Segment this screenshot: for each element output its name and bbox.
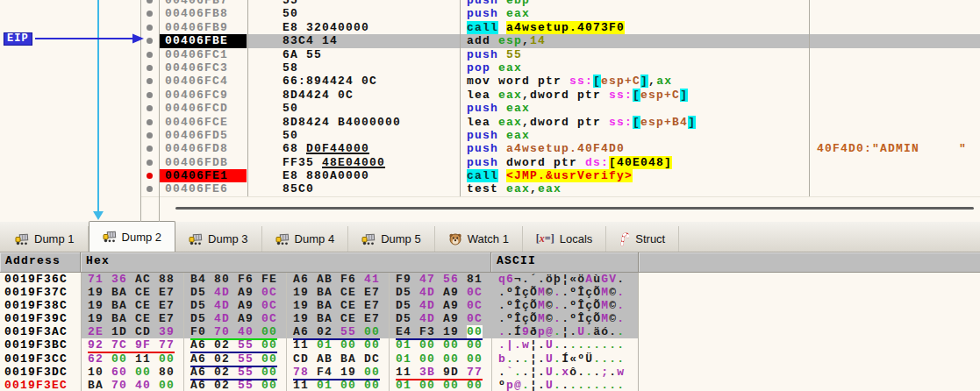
hex-byte-group[interactable]: 92 7C 9F 77	[82, 338, 184, 352]
dump-row[interactable]: 0019F3BC92 7C 9F 77A6 02 55 0011 01 00 0…	[0, 338, 980, 352]
disasm-row[interactable]: 00406FC358pop eax	[0, 61, 980, 75]
hex-byte-group[interactable]: 19 BA CE E7	[287, 312, 390, 325]
instruction-comment[interactable]	[808, 89, 980, 102]
instruction-comment[interactable]	[808, 169, 980, 182]
instruction-comment[interactable]	[808, 7, 980, 20]
instruction-bytes[interactable]: 50	[247, 7, 459, 20]
instruction-bytes[interactable]: E8 880A0000	[247, 169, 459, 182]
instruction-address[interactable]: 00406FCD	[159, 102, 247, 115]
hex-byte-group[interactable]: F9 47 56 81	[390, 273, 492, 286]
disasm-row[interactable]: 00406FB755push ebp	[0, 0, 980, 7]
breakpoint-dot[interactable]	[147, 92, 153, 98]
hex-byte-group[interactable]: CD AB BA DC	[287, 352, 390, 366]
hex-byte-group[interactable]: D5 4D A9 0C	[390, 312, 492, 325]
instruction-bytes[interactable]: 68 D0F44000	[247, 142, 459, 155]
hex-byte-group[interactable]: D5 4D A9 0C	[184, 299, 287, 312]
instruction-text[interactable]: add esp,14	[459, 34, 808, 47]
dump-row[interactable]: 0019F39C19 BA CE E7D5 4D A9 0C19 BA CE E…	[0, 312, 980, 325]
dump-ascii[interactable]: q6¬.´.öþ¦«öAùGV.	[491, 273, 639, 286]
breakpoint-dot[interactable]	[147, 65, 153, 71]
instruction-text[interactable]: call <JMP.&usrVerify>	[459, 169, 808, 182]
hex-byte-group[interactable]: 78 F4 19 00	[287, 366, 390, 379]
hex-byte-group[interactable]: 01 00 00 00	[390, 338, 492, 352]
instruction-text[interactable]: lea eax,dword ptr ss:[esp+B4]	[459, 116, 808, 129]
disasm-row[interactable]: 00406FD868 D0F44000push a4wsetup.40F4D04…	[0, 142, 980, 155]
tab-dump-5[interactable]: Dump 5	[348, 226, 435, 252]
breakpoint-column[interactable]	[140, 61, 159, 75]
instruction-address[interactable]: 00406FCE	[159, 116, 247, 129]
instruction-comment[interactable]	[808, 0, 980, 7]
dump-address[interactable]: 0019F36C	[0, 273, 81, 286]
instruction-comment[interactable]	[808, 116, 980, 129]
dump-address[interactable]: 0019F3EC	[0, 379, 81, 391]
instruction-text[interactable]: call a4wsetup.4073F0	[459, 21, 808, 34]
instruction-bytes[interactable]: 66:894424 0C	[247, 75, 459, 88]
dump-ascii[interactable]: .ºÎçÕM©..ºÎçÕM©.	[491, 312, 639, 325]
dump-address[interactable]: 0019F37C	[0, 286, 81, 299]
tab-watch-1[interactable]: Watch 1	[435, 226, 523, 252]
dump-ascii[interactable]: ..Í9ðp@.¦.U.äó..	[491, 325, 639, 338]
hex-byte-group[interactable]: F0 70 40 00	[184, 325, 287, 338]
instruction-text[interactable]: lea eax,dword ptr ss:[esp+C]	[459, 89, 808, 102]
hex-byte-group[interactable]: A6 02 55 00	[184, 352, 287, 366]
breakpoint-dot[interactable]	[147, 146, 153, 152]
instruction-address[interactable]: 00406FB7	[159, 0, 247, 7]
dump-address[interactable]: 0019F3AC	[0, 325, 81, 338]
instruction-text[interactable]: pop eax	[459, 61, 808, 75]
instruction-text[interactable]: push ebp	[459, 0, 808, 7]
instruction-text[interactable]: push a4wsetup.40F4D0	[459, 142, 808, 155]
disasm-row[interactable]: 00406FE685C0test eax,eax	[0, 182, 980, 196]
instruction-address[interactable]: 00406FD5	[159, 129, 247, 142]
breakpoint-column[interactable]	[140, 142, 159, 155]
dump-ascii[interactable]: .ºÎçÕM©..ºÎçÕM©.	[491, 286, 639, 299]
tab-dump-4[interactable]: Dump 4	[262, 226, 349, 252]
disasm-row[interactable]: 00406FC466:894424 0Cmov word ptr ss:[esp…	[0, 75, 980, 88]
hex-byte-group[interactable]: A6 02 55 00	[184, 338, 287, 352]
breakpoint-column[interactable]	[140, 156, 159, 169]
hex-byte-group[interactable]: 2E 1D CD 39	[82, 325, 184, 338]
dump-ascii[interactable]: .|.w¦.U.........	[491, 338, 639, 352]
breakpoint-dot[interactable]	[147, 25, 153, 31]
hex-byte-group[interactable]: 10 60 00 80	[82, 366, 184, 379]
dump-address[interactable]: 0019F38C	[0, 299, 81, 312]
tab-dump-3[interactable]: Dump 3	[175, 226, 262, 252]
hex-byte-group[interactable]: 62 00 11 00	[82, 352, 184, 366]
instruction-text[interactable]: push 55	[459, 48, 808, 61]
horizontal-scrollbar[interactable]	[175, 207, 974, 210]
disasm-row[interactable]: 00406FD550push eax	[0, 129, 980, 142]
instruction-bytes[interactable]: 8D4424 0C	[247, 89, 459, 102]
breakpoint-column[interactable]	[140, 7, 159, 20]
breakpoint-dot[interactable]	[147, 119, 153, 125]
instruction-text[interactable]: push eax	[459, 129, 808, 142]
instruction-address[interactable]: 00406FC9	[159, 89, 247, 102]
disasm-row[interactable]: 00406FB9E8 32040000call a4wsetup.4073F0	[0, 21, 980, 34]
instruction-address[interactable]: 00406FC4	[159, 75, 247, 88]
hex-byte-group[interactable]: A6 02 55 00	[184, 379, 287, 391]
instruction-bytes[interactable]: 85C0	[247, 182, 459, 196]
instruction-comment[interactable]	[808, 182, 980, 196]
instruction-comment[interactable]	[808, 61, 980, 75]
dump-ascii[interactable]: ºp@.¦.U.........	[491, 379, 639, 391]
instruction-bytes[interactable]: 55	[247, 0, 459, 7]
hex-byte-group[interactable]: A6 02 55 00	[287, 325, 390, 338]
breakpoint-column[interactable]	[140, 21, 159, 34]
dump-row[interactable]: 0019F3CC62 00 11 00A6 02 55 00CD AB BA D…	[0, 352, 980, 366]
hex-byte-group[interactable]: D5 4D A9 0C	[184, 286, 287, 299]
instruction-address[interactable]: 00406FBE	[159, 34, 247, 47]
disasm-row[interactable]: 00406FBE83C4 14add esp,14	[0, 34, 980, 47]
dump-row[interactable]: 0019F3ECBA 70 40 00A6 02 55 0011 01 00 0…	[0, 379, 980, 391]
hex-byte-group[interactable]: D5 4D A9 0C	[184, 312, 287, 325]
hex-byte-group[interactable]: 71 36 AC 88	[82, 273, 184, 286]
instruction-bytes[interactable]: 58	[247, 61, 459, 75]
tab-dump-2[interactable]: Dump 2	[89, 221, 176, 252]
breakpoint-column[interactable]	[140, 182, 159, 196]
breakpoint-column[interactable]	[140, 75, 159, 88]
hex-byte-group[interactable]: D5 4D A9 0C	[390, 299, 492, 312]
instruction-comment[interactable]: 40F4D0:"ADMIN "	[808, 142, 980, 155]
hex-byte-group[interactable]: 11 3B 9D 77	[390, 366, 492, 379]
disasm-row[interactable]: 00406FDBFF35 48E04000push dword ptr ds:[…	[0, 156, 980, 169]
hex-byte-group[interactable]: E4 F3 19 00	[390, 325, 492, 338]
instruction-comment[interactable]	[808, 75, 980, 88]
dump-address[interactable]: 0019F3DC	[0, 366, 81, 379]
instruction-address[interactable]: 00406FE6	[159, 182, 247, 196]
